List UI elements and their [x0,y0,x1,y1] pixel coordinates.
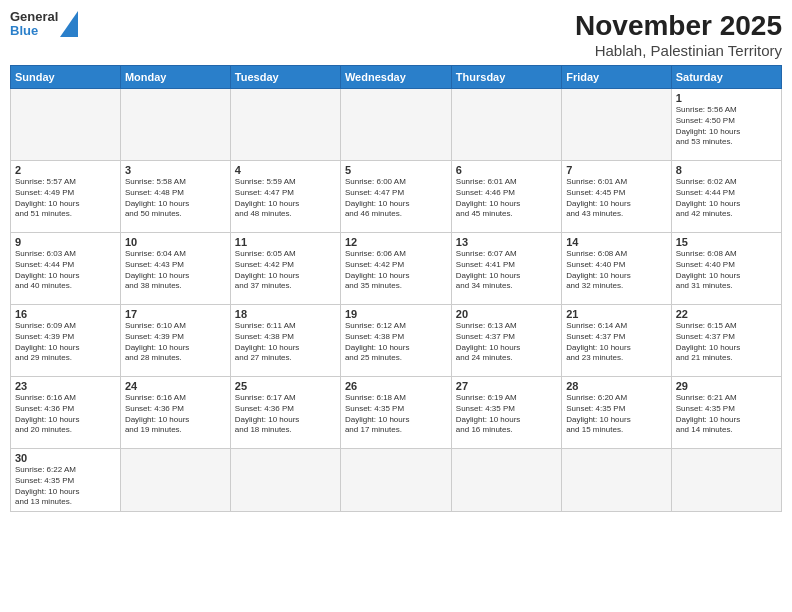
day-number: 27 [456,380,557,392]
day-info: Sunrise: 6:17 AM Sunset: 4:36 PM Dayligh… [235,393,336,436]
table-row [451,89,561,161]
day-info: Sunrise: 6:08 AM Sunset: 4:40 PM Dayligh… [566,249,667,292]
header-wednesday: Wednesday [340,66,451,89]
day-number: 28 [566,380,667,392]
day-info: Sunrise: 6:05 AM Sunset: 4:42 PM Dayligh… [235,249,336,292]
day-info: Sunrise: 6:03 AM Sunset: 4:44 PM Dayligh… [15,249,116,292]
day-info: Sunrise: 6:12 AM Sunset: 4:38 PM Dayligh… [345,321,447,364]
table-row: 3Sunrise: 5:58 AM Sunset: 4:48 PM Daylig… [120,161,230,233]
header-saturday: Saturday [671,66,781,89]
table-row [230,449,340,512]
day-number: 7 [566,164,667,176]
table-row: 16Sunrise: 6:09 AM Sunset: 4:39 PM Dayli… [11,305,121,377]
calendar-table: Sunday Monday Tuesday Wednesday Thursday… [10,65,782,512]
day-info: Sunrise: 6:11 AM Sunset: 4:38 PM Dayligh… [235,321,336,364]
day-info: Sunrise: 6:21 AM Sunset: 4:35 PM Dayligh… [676,393,777,436]
day-number: 18 [235,308,336,320]
header: General Blue November 2025 Hablah, Pales… [10,10,782,59]
table-row: 25Sunrise: 6:17 AM Sunset: 4:36 PM Dayli… [230,377,340,449]
day-number: 20 [456,308,557,320]
day-number: 3 [125,164,226,176]
day-info: Sunrise: 5:58 AM Sunset: 4:48 PM Dayligh… [125,177,226,220]
table-row: 13Sunrise: 6:07 AM Sunset: 4:41 PM Dayli… [451,233,561,305]
day-number: 17 [125,308,226,320]
day-info: Sunrise: 6:18 AM Sunset: 4:35 PM Dayligh… [345,393,447,436]
table-row: 4Sunrise: 5:59 AM Sunset: 4:47 PM Daylig… [230,161,340,233]
table-row: 10Sunrise: 6:04 AM Sunset: 4:43 PM Dayli… [120,233,230,305]
day-info: Sunrise: 6:08 AM Sunset: 4:40 PM Dayligh… [676,249,777,292]
table-row: 27Sunrise: 6:19 AM Sunset: 4:35 PM Dayli… [451,377,561,449]
day-number: 1 [676,92,777,104]
page: General Blue November 2025 Hablah, Pales… [0,0,792,612]
day-number: 13 [456,236,557,248]
day-info: Sunrise: 6:07 AM Sunset: 4:41 PM Dayligh… [456,249,557,292]
day-info: Sunrise: 6:15 AM Sunset: 4:37 PM Dayligh… [676,321,777,364]
table-row [562,89,672,161]
day-number: 11 [235,236,336,248]
logo-blue: Blue [10,24,58,38]
day-info: Sunrise: 6:19 AM Sunset: 4:35 PM Dayligh… [456,393,557,436]
table-row: 12Sunrise: 6:06 AM Sunset: 4:42 PM Dayli… [340,233,451,305]
day-info: Sunrise: 5:56 AM Sunset: 4:50 PM Dayligh… [676,105,777,148]
table-row: 15Sunrise: 6:08 AM Sunset: 4:40 PM Dayli… [671,233,781,305]
calendar-week-row: 9Sunrise: 6:03 AM Sunset: 4:44 PM Daylig… [11,233,782,305]
title-area: November 2025 Hablah, Palestinian Territ… [575,10,782,59]
header-friday: Friday [562,66,672,89]
day-number: 29 [676,380,777,392]
day-info: Sunrise: 5:59 AM Sunset: 4:47 PM Dayligh… [235,177,336,220]
day-number: 14 [566,236,667,248]
header-thursday: Thursday [451,66,561,89]
table-row: 24Sunrise: 6:16 AM Sunset: 4:36 PM Dayli… [120,377,230,449]
header-sunday: Sunday [11,66,121,89]
day-info: Sunrise: 6:20 AM Sunset: 4:35 PM Dayligh… [566,393,667,436]
day-number: 10 [125,236,226,248]
day-number: 22 [676,308,777,320]
table-row: 21Sunrise: 6:14 AM Sunset: 4:37 PM Dayli… [562,305,672,377]
calendar-week-row: 2Sunrise: 5:57 AM Sunset: 4:49 PM Daylig… [11,161,782,233]
day-number: 12 [345,236,447,248]
day-info: Sunrise: 6:10 AM Sunset: 4:39 PM Dayligh… [125,321,226,364]
day-info: Sunrise: 6:22 AM Sunset: 4:35 PM Dayligh… [15,465,116,508]
table-row: 20Sunrise: 6:13 AM Sunset: 4:37 PM Dayli… [451,305,561,377]
day-number: 23 [15,380,116,392]
calendar-week-row: 1Sunrise: 5:56 AM Sunset: 4:50 PM Daylig… [11,89,782,161]
day-number: 15 [676,236,777,248]
header-tuesday: Tuesday [230,66,340,89]
table-row: 19Sunrise: 6:12 AM Sunset: 4:38 PM Dayli… [340,305,451,377]
calendar-week-row: 16Sunrise: 6:09 AM Sunset: 4:39 PM Dayli… [11,305,782,377]
logo: General Blue [10,10,78,39]
table-row: 9Sunrise: 6:03 AM Sunset: 4:44 PM Daylig… [11,233,121,305]
header-monday: Monday [120,66,230,89]
table-row: 8Sunrise: 6:02 AM Sunset: 4:44 PM Daylig… [671,161,781,233]
table-row: 1Sunrise: 5:56 AM Sunset: 4:50 PM Daylig… [671,89,781,161]
day-info: Sunrise: 6:09 AM Sunset: 4:39 PM Dayligh… [15,321,116,364]
location-subtitle: Hablah, Palestinian Territory [575,42,782,59]
table-row: 7Sunrise: 6:01 AM Sunset: 4:45 PM Daylig… [562,161,672,233]
weekday-header-row: Sunday Monday Tuesday Wednesday Thursday… [11,66,782,89]
table-row: 6Sunrise: 6:01 AM Sunset: 4:46 PM Daylig… [451,161,561,233]
day-number: 26 [345,380,447,392]
day-number: 25 [235,380,336,392]
table-row [562,449,672,512]
table-row: 5Sunrise: 6:00 AM Sunset: 4:47 PM Daylig… [340,161,451,233]
table-row [340,89,451,161]
day-info: Sunrise: 6:16 AM Sunset: 4:36 PM Dayligh… [15,393,116,436]
day-number: 4 [235,164,336,176]
table-row: 23Sunrise: 6:16 AM Sunset: 4:36 PM Dayli… [11,377,121,449]
day-number: 5 [345,164,447,176]
day-info: Sunrise: 6:04 AM Sunset: 4:43 PM Dayligh… [125,249,226,292]
table-row: 28Sunrise: 6:20 AM Sunset: 4:35 PM Dayli… [562,377,672,449]
day-number: 30 [15,452,116,464]
table-row: 11Sunrise: 6:05 AM Sunset: 4:42 PM Dayli… [230,233,340,305]
logo-triangle-icon [60,11,78,37]
day-number: 24 [125,380,226,392]
day-info: Sunrise: 5:57 AM Sunset: 4:49 PM Dayligh… [15,177,116,220]
logo-general: General [10,10,58,24]
table-row [671,449,781,512]
table-row: 30Sunrise: 6:22 AM Sunset: 4:35 PM Dayli… [11,449,121,512]
table-row [120,89,230,161]
svg-marker-0 [60,11,78,37]
day-info: Sunrise: 6:00 AM Sunset: 4:47 PM Dayligh… [345,177,447,220]
day-info: Sunrise: 6:06 AM Sunset: 4:42 PM Dayligh… [345,249,447,292]
table-row: 14Sunrise: 6:08 AM Sunset: 4:40 PM Dayli… [562,233,672,305]
